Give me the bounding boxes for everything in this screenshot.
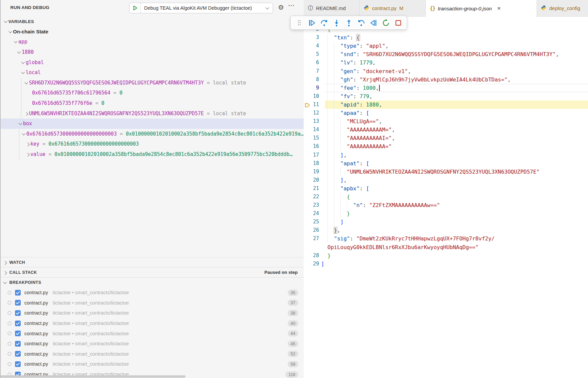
code-line-21[interactable]: 21"apbx": [ — [304, 184, 588, 193]
stop-button[interactable] — [393, 17, 403, 28]
code-line-27[interactable]: 27"sig": "DmeWt2zKUkRryc7tHHHapwzLgqUX+7… — [304, 234, 588, 243]
chevron-down-icon[interactable] — [17, 122, 23, 125]
tree-row[interactable]: global — [0, 57, 304, 67]
line-number[interactable]: 7 — [304, 67, 319, 75]
chevron-right-icon[interactable] — [25, 153, 30, 156]
breakpoint-row[interactable]: contract.pytictactoe • smart_contracts/t… — [0, 288, 304, 298]
line-number[interactable]: 8 — [304, 75, 319, 84]
call-stack-section-header[interactable]: CALL STACK Paused on step — [0, 267, 304, 277]
code-line-10[interactable]: 10"fv": 779, — [304, 92, 588, 101]
code-line-26[interactable]: 26}, — [304, 226, 588, 234]
breakpoint-enabled-checkbox[interactable] — [15, 351, 21, 357]
tab-readme-md[interactable]: README.md — [304, 0, 360, 17]
code-line-13[interactable]: 13"MCLUgA==", — [304, 117, 588, 126]
code-line-14[interactable]: 14"AAAAAAAAAAM=", — [304, 126, 588, 134]
breakpoint-row[interactable]: contract.pytictactoe • smart_contracts/t… — [0, 328, 304, 339]
code-line-29[interactable]: 29] — [304, 260, 588, 268]
restart-button[interactable] — [380, 17, 391, 28]
breakpoint-enabled-checkbox[interactable] — [15, 341, 21, 347]
breakpoint-enabled-checkbox[interactable] — [15, 310, 21, 316]
start-debugging-icon[interactable] — [129, 5, 140, 11]
watch-section-header[interactable]: WATCH — [0, 257, 304, 267]
json-editor[interactable]: 1[2{3"txn": {4"type": "appl",5"snd": "SR… — [304, 17, 588, 378]
chevron-down-icon[interactable] — [16, 51, 22, 53]
code-line-8[interactable]: 8"gh": "XrjqMlCpJ6h9h7jyVw0bLvkpzUoWeIA4… — [304, 75, 588, 84]
code-line-12[interactable]: 12"apaa": [ — [304, 109, 588, 117]
horizontal-scrollbar[interactable] — [0, 375, 186, 378]
tab-transaction-group-0-json[interactable]: {}transaction-group-0.json× — [426, 0, 537, 17]
breakpoint-row[interactable]: contract.pytictactoe • smart_contracts/t… — [0, 318, 304, 329]
breakpoint-enabled-checkbox[interactable] — [15, 361, 21, 367]
line-number[interactable]: 16 — [304, 142, 319, 151]
gear-icon[interactable]: ⚙ — [278, 3, 284, 11]
tree-row[interactable]: key = 0x67616d6573000000000000000003 — [0, 139, 304, 149]
code-line-11[interactable]: 11"apid": 1880, — [304, 101, 588, 109]
code-line-22[interactable]: 22{ — [304, 193, 588, 201]
code-line-15[interactable]: 15"AAAAAAAAAAI=", — [304, 134, 588, 142]
chevron-right-icon[interactable] — [25, 143, 30, 145]
tree-row[interactable]: value = 0x01000000102010002a358bf5bada9e… — [0, 149, 304, 160]
chevron-down-icon[interactable] — [21, 133, 26, 135]
breakpoint-row[interactable]: contract.pytictactoe • smart_contracts/t… — [0, 349, 304, 359]
line-number[interactable]: 29 — [304, 260, 319, 268]
chevron-down-icon[interactable] — [3, 20, 8, 23]
line-number[interactable]: 17 — [304, 151, 319, 159]
line-number[interactable]: 24 — [304, 209, 319, 218]
line-number[interactable]: 19 — [304, 168, 319, 176]
continue-button[interactable] — [306, 17, 317, 28]
chevron-down-icon[interactable] — [7, 30, 13, 33]
code-line-24[interactable]: 24} — [304, 209, 588, 218]
close-icon[interactable]: × — [497, 6, 501, 11]
line-number[interactable]: 5 — [304, 50, 319, 58]
code-line-18[interactable]: 18"apat": [ — [304, 159, 588, 168]
code-line-wrap[interactable]: OpiLouqyG0kkEDLBNlsr6RxXJbu6arKwyoyqHUbN… — [304, 243, 588, 251]
line-number[interactable]: 9 — [304, 84, 319, 92]
breakpoint-row[interactable]: contract.pytictactoe • smart_contracts/t… — [0, 359, 304, 369]
tree-row[interactable]: 0x67616d65735f706c61796564 = 0 — [0, 88, 304, 98]
tab-deploy-config[interactable]: deploy_config — [537, 0, 588, 17]
line-number[interactable]: 28 — [304, 251, 319, 260]
line-number[interactable]: 13 — [304, 117, 319, 126]
tab-contract-py[interactable]: contract.pyM — [360, 0, 426, 17]
code-line-6[interactable]: 6"lv": 1779, — [304, 58, 588, 67]
line-number[interactable]: 23 — [304, 201, 319, 209]
chevron-down-icon[interactable] — [13, 40, 18, 43]
line-number[interactable]: 27 — [304, 234, 319, 243]
code-line-17[interactable]: 17], — [304, 151, 588, 159]
drag-handle[interactable] — [294, 17, 305, 28]
line-number[interactable]: 6 — [304, 58, 319, 67]
code-line-28[interactable]: 28} — [304, 251, 588, 260]
line-number[interactable]: 11 — [304, 101, 319, 109]
line-number[interactable]: 25 — [304, 218, 319, 226]
tree-row[interactable]: 1880 — [0, 47, 304, 57]
chevron-down-icon[interactable] — [20, 71, 26, 74]
breakpoint-enabled-checkbox[interactable] — [15, 331, 21, 336]
tree-row[interactable]: app — [0, 37, 304, 47]
line-number[interactable]: 18 — [304, 159, 319, 168]
tree-row[interactable]: On-chain State — [0, 27, 304, 37]
chevron-down-icon[interactable] — [23, 81, 29, 84]
line-number[interactable]: 15 — [304, 134, 319, 142]
more-actions-icon[interactable]: ··· — [288, 3, 295, 9]
line-number[interactable]: 20 — [304, 176, 319, 184]
line-number[interactable]: 4 — [304, 42, 319, 50]
chevron-right-icon[interactable] — [23, 112, 29, 115]
breakpoint-enabled-checkbox[interactable] — [15, 290, 21, 296]
step-into-button[interactable] — [331, 17, 342, 28]
line-number[interactable]: 10 — [304, 92, 319, 101]
line-number[interactable]: 14 — [304, 126, 319, 134]
variables-section-header[interactable]: VARIABLES — [0, 16, 304, 27]
code-line-4[interactable]: 4"type": "appl", — [304, 42, 588, 50]
step-back-button[interactable] — [356, 17, 366, 28]
tree-row[interactable]: UNML6W5NVHRIKTEOZAA4NI2SWQROSGNFNY2QS523… — [0, 108, 304, 119]
breakpoint-enabled-checkbox[interactable] — [15, 300, 21, 306]
code-line-19[interactable]: 19"UNML6W5NVHRIKTEOZAA4NI2SWQROSGNFNY2QS… — [304, 168, 588, 176]
code-line-7[interactable]: 7"gen": "dockernet-v1", — [304, 67, 588, 75]
line-number[interactable]: 26 — [304, 226, 319, 234]
tree-row[interactable]: 0x67616d6573000000000000000003 = 0x01000… — [0, 129, 304, 139]
breakpoints-section-header[interactable]: BREAKPOINTS — [0, 277, 304, 287]
line-number[interactable]: 3 — [304, 33, 319, 42]
breakpoint-row[interactable]: contract.pytictactoe • smart_contracts/t… — [0, 308, 304, 318]
code-line-25[interactable]: 25] — [304, 218, 588, 226]
breakpoint-row[interactable]: contract.pytictactoe • smart_contracts/t… — [0, 339, 304, 349]
